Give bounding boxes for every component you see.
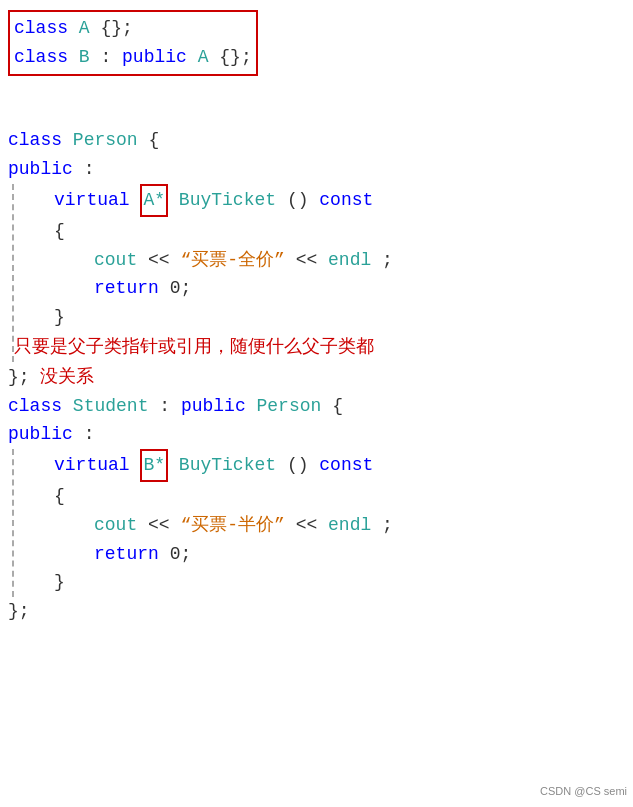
- person-class-header: class Person {: [8, 126, 625, 155]
- cout-line2: cout << “买票-半价” << endl ;: [14, 511, 625, 540]
- return-line1: return 0;: [14, 274, 625, 303]
- student-body: virtual B* BuyTicket () const { cout << …: [12, 449, 625, 597]
- brace-close2: }: [14, 568, 625, 597]
- type-box-a: A*: [140, 184, 168, 217]
- brace-close1: }: [14, 303, 625, 332]
- brace-open2: {: [14, 482, 625, 511]
- brace-open1: {: [14, 217, 625, 246]
- top-box-section: class A {}; class B : public A {};: [8, 10, 625, 84]
- top-code-box: class A {}; class B : public A {};: [8, 10, 258, 76]
- watermark: CSDN @CS semi: [540, 783, 627, 801]
- top-line1: class A {};: [14, 14, 252, 43]
- closing-brace-comment: }; 没关系: [8, 362, 625, 392]
- comment-line1: 只要是父子类指针或引用，随便什么父子类都: [14, 332, 625, 362]
- public-label2: public :: [8, 420, 625, 449]
- final-closing-brace: };: [8, 597, 625, 626]
- code-container: class A {}; class B : public A {}; class…: [8, 10, 625, 626]
- student-class-header: class Student : public Person {: [8, 392, 625, 421]
- virtual-line2: virtual B* BuyTicket () const: [14, 449, 625, 482]
- type-box-b: B*: [140, 449, 168, 482]
- cout-line1: cout << “买票-全价” << endl ;: [14, 246, 625, 275]
- blank-line1: [8, 98, 625, 127]
- top-line2: class B : public A {};: [14, 43, 252, 72]
- return-line2: return 0;: [14, 540, 625, 569]
- person-body: virtual A* BuyTicket () const { cout << …: [12, 184, 625, 362]
- virtual-line1: virtual A* BuyTicket () const: [14, 184, 625, 217]
- public-label1: public :: [8, 155, 625, 184]
